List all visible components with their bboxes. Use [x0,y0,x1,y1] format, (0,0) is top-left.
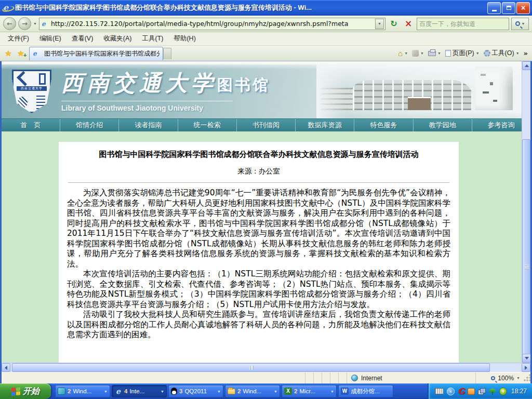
start-button[interactable]: 开始 [0,383,51,399]
menu-view[interactable]: 查看(V) [67,33,98,45]
nav-item-reader-guide[interactable]: 读者指南 [119,119,178,131]
vertical-scrollbar[interactable] [522,61,530,363]
input-method-icon[interactable] [435,388,444,394]
horizontal-scrollbar[interactable] [2,363,530,372]
command-bar: ⌂▼ ▼ ▼ 页面(P)▼ 工具(O)▼ » [398,49,530,58]
window-title: 图书馆与中国科学院国家科学图书馆成都分馆联合举办科技文献信息资源与服务宣传培训活… [15,3,487,12]
close-button[interactable]: × [516,2,530,14]
task-buttons: 2 Wind... ▼ e 4 Inte... ▼ 3 QQ2011 ▼ 2 W… [55,383,425,399]
new-tab-stub[interactable] [163,48,171,59]
taskbar-group-windows-1[interactable]: 2 Wind... ▼ [55,385,110,397]
home-button[interactable]: ⌂▼ [398,49,408,58]
site-nav-bar: 首 页 馆情介绍 读者指南 统一检索 书刊借阅 数据库资源 特色服务 教学园地 … [2,118,530,131]
search-input[interactable] [419,20,507,28]
status-cell [322,373,330,383]
tab-active[interactable]: e 图书馆与中国科学院国家科学图书馆成都分... [29,47,163,60]
scroll-up-button[interactable] [522,61,530,70]
print-button[interactable]: ▼ [428,51,441,56]
site-subtitle-english: Library of Southwest Jiaotong University [61,101,233,112]
history-dropdown[interactable]: ▼ [33,22,37,25]
back-button[interactable]: ← [3,17,16,30]
address-dropdown[interactable]: ▼ [375,19,384,29]
horizontal-scroll-thumb[interactable] [12,363,490,372]
task-label: 成都分馆... [351,388,391,395]
network-icon[interactable] [478,388,486,394]
task-label: Wind... [73,388,102,394]
page-menu-button[interactable]: 页面(P)▼ [445,49,480,58]
chevron-down-icon: ▼ [476,51,480,55]
nav-item-about[interactable]: 馆情介绍 [60,119,119,131]
refresh-button[interactable]: ↻ [388,18,400,30]
gear-icon [484,50,490,57]
menu-file[interactable]: 文件(F) [3,33,34,45]
tray-plus-app-icon[interactable]: + [499,388,507,395]
folder-icon [228,389,235,394]
shield-emblem [39,73,46,85]
minimize-button[interactable] [487,2,501,14]
search-options-dropdown[interactable]: ▼ [522,22,525,25]
tools-menu-button[interactable]: 工具(O)▼ [484,49,520,58]
minimize-icon [492,10,497,11]
tray-messenger-icon[interactable] [468,388,475,395]
resize-grip[interactable] [523,373,530,383]
arrow-left-icon [5,366,7,370]
zoom-control[interactable]: 100% ▼ [475,373,523,383]
zoom-dropdown[interactable]: ▼ [516,376,520,380]
zone-label: Internet [361,375,382,382]
taskbar-group-excel[interactable]: X 2 Micr... ▼ [282,385,337,397]
article-source: 来源：办公室 [67,167,450,176]
scroll-down-button[interactable] [522,354,530,363]
menu-bar: 文件(F) 编辑(E) 查看(V) 收藏夹(A) 工具(T) 帮助(H) [0,32,532,46]
restore-button[interactable] [502,2,515,14]
arrow-down-icon [525,357,529,360]
status-cell [330,373,338,383]
stop-button[interactable]: × [402,18,415,30]
chevron-down-icon: ▼ [437,51,441,55]
scroll-right-button[interactable] [522,363,530,372]
status-bar: Internet 100% ▼ [2,372,530,383]
address-field[interactable]: e ▼ [39,18,385,30]
search-box[interactable] [417,18,509,30]
vertical-scroll-thumb[interactable] [522,139,530,372]
group-count: 4 [124,388,127,394]
page-content: 图书馆与中国科学院国家科学图书馆成都分馆联合举办科技文献信息资源与服务宣传培训活… [2,131,530,363]
menu-help[interactable]: 帮助(H) [169,33,200,45]
chevron-down-icon: ▼ [330,390,334,393]
nav-item-home[interactable]: 首 页 [2,119,60,131]
favorites-center-button[interactable]: ★ [2,49,15,58]
chevron-down-icon: ▼ [378,22,381,25]
browser-frame: 西南交通大学 西南交通大学图书馆 Library of Southwest Ji… [0,61,532,383]
task-label: QQ2011 [184,388,215,394]
taskbar-item-word[interactable]: W 成都分馆... [338,385,393,397]
forward-button[interactable]: → [18,17,31,30]
nav-item-borrowing[interactable]: 书刊借阅 [237,119,296,131]
add-favorite-button[interactable]: ★+ [15,49,27,58]
tray-g-app-icon[interactable]: G [458,388,464,395]
arrow-right-icon [525,366,527,370]
chevron-down-icon: ▼ [404,51,408,55]
nav-item-databases[interactable]: 数据库资源 [296,119,354,131]
toolbar-overflow-button[interactable]: » [524,50,528,57]
nav-item-teaching[interactable]: 教学园地 [414,119,472,131]
feeds-button[interactable]: ▼ [412,50,424,57]
collapse-tray-button[interactable]: ‹ [447,388,455,395]
scroll-left-button[interactable] [2,363,10,372]
taskbar-group-windows-2[interactable]: 2 Wind... ▼ [225,385,280,397]
search-button[interactable]: ▼ [511,18,529,30]
nav-item-special-services[interactable]: 特色服务 [354,119,413,131]
taskbar-group-qq[interactable]: 3 QQ2011 ▼ [168,385,223,397]
menu-favorites[interactable]: 收藏夹(A) [99,33,136,45]
group-count: 2 [237,388,241,394]
status-cell [313,373,322,383]
address-input[interactable] [51,20,375,28]
taskbar-group-internet-explorer[interactable]: e 4 Inte... ▼ [112,385,167,397]
menu-tools[interactable]: 工具(T) [137,33,168,45]
nav-item-unified-search[interactable]: 统一检索 [178,119,237,131]
shield-banner: 西南交通大学 [17,86,47,91]
shield-emblem [17,71,32,86]
plus-icon: + [23,53,26,58]
menu-edit[interactable]: 编辑(E) [35,33,66,45]
umbrella-app-icon[interactable] [489,389,496,392]
printer-icon [428,51,436,56]
group-count: 3 [179,388,182,394]
